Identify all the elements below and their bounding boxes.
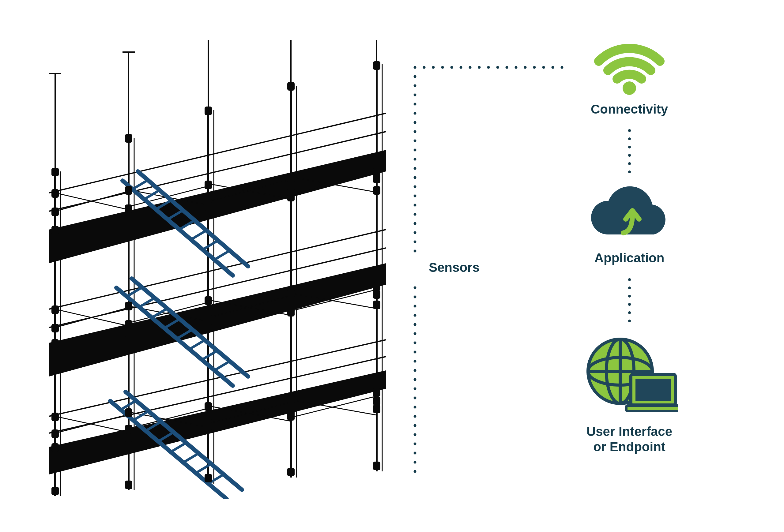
globe-laptop-icon xyxy=(580,334,678,418)
svg-rect-95 xyxy=(52,305,59,314)
svg-line-71 xyxy=(214,362,229,371)
svg-point-138 xyxy=(414,94,417,96)
svg-line-78 xyxy=(204,240,218,249)
svg-point-177 xyxy=(423,66,426,69)
endpoint-label: User Interface or Endpoint xyxy=(586,424,672,455)
svg-rect-82 xyxy=(125,186,132,195)
svg-rect-97 xyxy=(125,302,132,311)
svg-point-137 xyxy=(414,85,417,87)
svg-point-181 xyxy=(460,66,463,69)
svg-point-185 xyxy=(497,66,499,69)
svg-rect-112 xyxy=(125,408,132,417)
svg-point-173 xyxy=(414,443,417,445)
svg-marker-18 xyxy=(49,263,386,377)
application-node: Application xyxy=(586,185,672,266)
svg-rect-129 xyxy=(373,61,381,70)
svg-line-65 xyxy=(141,298,155,306)
svg-point-151 xyxy=(414,213,417,216)
svg-point-187 xyxy=(515,66,517,69)
svg-rect-134 xyxy=(373,462,381,470)
svg-rect-131 xyxy=(125,480,132,489)
svg-point-154 xyxy=(414,241,417,243)
dots-connector-2 xyxy=(628,278,631,322)
svg-point-147 xyxy=(414,176,417,179)
svg-point-161 xyxy=(414,332,417,335)
connectivity-node: Connectivity xyxy=(591,34,668,117)
svg-rect-202 xyxy=(626,406,678,411)
svg-point-171 xyxy=(414,424,417,427)
svg-rect-80 xyxy=(52,189,59,198)
endpoint-label-line2: or Endpoint xyxy=(593,440,666,454)
svg-rect-124 xyxy=(373,397,381,405)
svg-line-35 xyxy=(55,307,129,327)
svg-rect-84 xyxy=(204,181,212,189)
svg-point-182 xyxy=(469,66,472,69)
svg-line-60 xyxy=(171,443,186,451)
svg-point-149 xyxy=(414,195,417,198)
svg-rect-120 xyxy=(52,443,59,452)
svg-rect-106 xyxy=(125,329,132,337)
svg-rect-119 xyxy=(373,405,381,413)
svg-point-174 xyxy=(414,452,417,454)
svg-line-56 xyxy=(122,400,137,409)
svg-rect-89 xyxy=(373,186,381,195)
svg-rect-86 xyxy=(287,175,295,183)
svg-rect-130 xyxy=(52,487,59,495)
scaffold-illustration xyxy=(37,40,404,499)
svg-marker-17 xyxy=(49,150,386,263)
svg-rect-103 xyxy=(373,282,381,291)
svg-point-150 xyxy=(414,204,417,207)
svg-rect-122 xyxy=(204,422,212,431)
application-label: Application xyxy=(594,250,665,266)
svg-point-167 xyxy=(414,387,417,390)
svg-line-27 xyxy=(55,191,129,211)
svg-point-180 xyxy=(450,66,453,69)
connectivity-label: Connectivity xyxy=(591,101,668,117)
svg-point-169 xyxy=(414,406,417,409)
svg-rect-118 xyxy=(373,388,381,397)
svg-rect-94 xyxy=(373,175,381,183)
svg-rect-98 xyxy=(125,320,132,329)
iot-scaffold-diagram: Sensors Connectivity xyxy=(0,0,784,532)
svg-line-79 xyxy=(216,250,230,259)
svg-point-156 xyxy=(414,287,417,289)
endpoint-node: User Interface or Endpoint xyxy=(580,334,678,455)
svg-point-143 xyxy=(414,140,417,142)
wifi-icon xyxy=(593,34,666,96)
svg-rect-83 xyxy=(125,205,132,213)
svg-point-157 xyxy=(414,296,417,298)
svg-rect-109 xyxy=(373,290,381,299)
svg-line-43 xyxy=(55,414,129,433)
svg-rect-81 xyxy=(52,208,59,216)
svg-rect-114 xyxy=(204,402,212,411)
svg-line-72 xyxy=(134,180,148,188)
svg-rect-108 xyxy=(287,304,295,312)
svg-point-142 xyxy=(414,130,417,133)
svg-point-178 xyxy=(432,66,435,69)
svg-point-148 xyxy=(414,185,417,188)
endpoint-label-line1: User Interface xyxy=(586,424,672,439)
svg-point-139 xyxy=(414,103,417,106)
svg-point-193 xyxy=(623,82,636,95)
svg-rect-126 xyxy=(125,134,132,143)
svg-rect-111 xyxy=(52,430,59,438)
svg-point-135 xyxy=(414,66,417,69)
svg-point-188 xyxy=(524,66,527,69)
svg-rect-121 xyxy=(125,434,132,442)
svg-marker-19 xyxy=(49,371,386,474)
svg-rect-128 xyxy=(287,82,295,91)
svg-point-162 xyxy=(414,342,417,344)
svg-point-145 xyxy=(414,158,417,161)
svg-line-73 xyxy=(146,190,160,198)
svg-rect-127 xyxy=(204,107,212,115)
svg-point-176 xyxy=(414,470,417,473)
svg-point-163 xyxy=(414,351,417,354)
svg-point-168 xyxy=(414,397,417,400)
dots-connector-1 xyxy=(628,129,631,173)
svg-point-190 xyxy=(542,66,545,69)
svg-point-166 xyxy=(414,378,417,381)
svg-point-155 xyxy=(414,250,417,253)
cloud-upload-icon xyxy=(586,185,672,245)
svg-rect-125 xyxy=(52,168,59,176)
svg-rect-116 xyxy=(287,395,295,404)
